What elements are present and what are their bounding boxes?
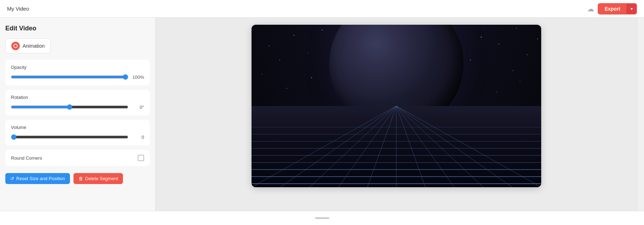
cloud-icon[interactable]: ☁ bbox=[587, 5, 594, 13]
opacity-value: 100% bbox=[132, 75, 144, 80]
volume-slider-wrap bbox=[11, 134, 128, 141]
delete-icon: 🗑 bbox=[78, 176, 83, 181]
header: My Video ☁ Export ▾ bbox=[0, 0, 644, 18]
svg-point-17 bbox=[262, 74, 262, 75]
svg-point-0 bbox=[294, 35, 294, 36]
reset-icon: ↺ bbox=[10, 176, 14, 181]
volume-slider[interactable] bbox=[11, 134, 128, 140]
reset-label: Reset Size and Position bbox=[16, 176, 65, 181]
grid-svg bbox=[252, 106, 541, 187]
rotation-label: Rotation bbox=[11, 95, 144, 100]
bottom-bar bbox=[0, 211, 644, 225]
rotation-slider-row: 0° bbox=[11, 103, 144, 111]
svg-point-4 bbox=[480, 37, 481, 38]
round-corners-row: Round Corners bbox=[11, 155, 144, 161]
round-corners-label: Round Corners bbox=[11, 155, 42, 161]
opacity-card: Opacity 100% bbox=[5, 60, 150, 85]
action-buttons: ↺ Reset Size and Position 🗑 Delete Segme… bbox=[5, 173, 150, 184]
sidebar: Edit Video Animation Opacity 100% Rotati… bbox=[0, 18, 155, 211]
svg-point-18 bbox=[513, 70, 513, 71]
header-actions: ☁ Export ▾ bbox=[587, 3, 637, 14]
volume-slider-row: 0 bbox=[11, 134, 144, 141]
svg-point-1 bbox=[321, 30, 322, 30]
video-background bbox=[252, 25, 541, 187]
round-corners-card: Round Corners bbox=[5, 150, 150, 166]
svg-point-11 bbox=[498, 44, 499, 45]
svg-point-5 bbox=[516, 28, 517, 29]
rotation-card: Rotation 0° bbox=[5, 90, 150, 116]
delete-button[interactable]: 🗑 Delete Segment bbox=[73, 173, 123, 184]
export-dropdown-button[interactable]: ▾ bbox=[627, 4, 636, 14]
volume-card: Volume 0 bbox=[5, 120, 150, 146]
canvas-area bbox=[155, 18, 637, 211]
svg-point-23 bbox=[286, 88, 287, 89]
rotation-slider-wrap bbox=[11, 103, 128, 111]
svg-point-19 bbox=[311, 77, 312, 78]
video-preview bbox=[252, 25, 541, 187]
page-title: My Video bbox=[7, 6, 29, 12]
animation-button[interactable]: Animation bbox=[5, 39, 51, 53]
opacity-label: Opacity bbox=[11, 65, 144, 70]
reset-button[interactable]: ↺ Reset Size and Position bbox=[5, 173, 70, 184]
svg-point-6 bbox=[269, 46, 270, 46]
main-layout: Edit Video Animation Opacity 100% Rotati… bbox=[0, 18, 644, 211]
svg-point-13 bbox=[279, 60, 280, 60]
rotation-slider[interactable] bbox=[11, 104, 128, 110]
animation-label: Animation bbox=[23, 43, 45, 49]
svg-point-24 bbox=[496, 91, 497, 92]
delete-label: Delete Segment bbox=[85, 176, 118, 181]
opacity-slider-wrap bbox=[11, 73, 128, 81]
svg-point-12 bbox=[527, 54, 527, 55]
svg-point-21 bbox=[520, 81, 520, 82]
volume-label: Volume bbox=[11, 125, 144, 130]
sidebar-title: Edit Video bbox=[5, 25, 150, 32]
timeline-handle[interactable] bbox=[315, 217, 329, 219]
grid-floor bbox=[252, 106, 541, 187]
svg-point-16 bbox=[470, 60, 471, 61]
rotation-value: 0° bbox=[132, 105, 144, 110]
export-button-group: Export ▾ bbox=[598, 3, 637, 14]
right-panel bbox=[637, 18, 644, 211]
animation-icon bbox=[11, 42, 20, 50]
opacity-slider[interactable] bbox=[11, 74, 128, 80]
svg-point-20 bbox=[537, 39, 538, 39]
volume-value: 0 bbox=[132, 135, 144, 140]
round-corners-checkbox[interactable] bbox=[138, 155, 144, 161]
svg-point-7 bbox=[308, 53, 308, 53]
opacity-slider-row: 100% bbox=[11, 73, 144, 81]
export-button[interactable]: Export bbox=[598, 4, 627, 14]
